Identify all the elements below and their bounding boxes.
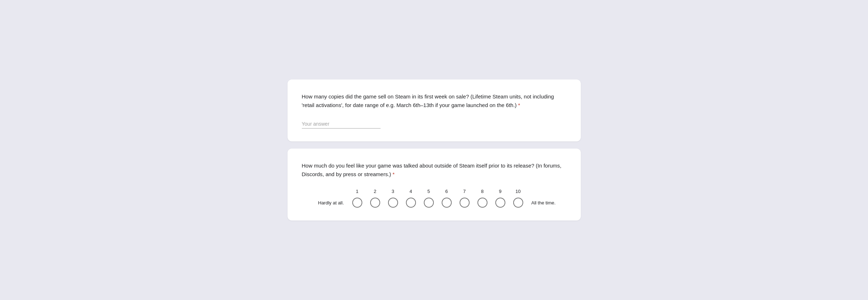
required-star-2: *: [393, 171, 395, 177]
question-text-1: How many copies did the game sell on Ste…: [302, 92, 567, 110]
radio-option-7[interactable]: [456, 198, 474, 208]
question-text-2: How much do you feel like your game was …: [302, 161, 567, 179]
radio-circle-3[interactable]: [388, 198, 398, 208]
rating-label-right: All the time.: [527, 200, 556, 205]
radio-circle-9[interactable]: [495, 198, 505, 208]
required-star-1: *: [518, 102, 520, 108]
answer-input-1[interactable]: [302, 120, 381, 129]
rating-number-10: 10: [509, 189, 527, 194]
rating-label-left: Hardly at all.: [302, 200, 348, 205]
radio-circle-8[interactable]: [477, 198, 487, 208]
radio-option-3[interactable]: [384, 198, 402, 208]
radio-circle-1[interactable]: [352, 198, 362, 208]
radio-circle-2[interactable]: [370, 198, 380, 208]
rating-number-5: 5: [420, 189, 438, 194]
radio-option-2[interactable]: [366, 198, 384, 208]
radio-circle-4[interactable]: [406, 198, 416, 208]
question-card-1: How many copies did the game sell on Ste…: [288, 79, 581, 141]
radio-option-9[interactable]: [491, 198, 509, 208]
rating-row: Hardly at all. All the time.: [302, 198, 567, 208]
radio-group: [348, 198, 527, 208]
rating-number-6: 6: [438, 189, 456, 194]
rating-number-7: 7: [456, 189, 474, 194]
rating-numbers-row: 12345678910: [348, 189, 567, 194]
radio-circle-5[interactable]: [424, 198, 434, 208]
page-container: How many copies did the game sell on Ste…: [288, 79, 581, 221]
radio-circle-7[interactable]: [460, 198, 470, 208]
radio-circle-10[interactable]: [513, 198, 523, 208]
rating-section: 12345678910 Hardly at all. All the time.: [302, 189, 567, 208]
rating-number-1: 1: [348, 189, 366, 194]
radio-option-6[interactable]: [438, 198, 456, 208]
radio-option-10[interactable]: [509, 198, 527, 208]
rating-number-4: 4: [402, 189, 420, 194]
radio-option-1[interactable]: [348, 198, 366, 208]
radio-option-5[interactable]: [420, 198, 438, 208]
radio-option-8[interactable]: [474, 198, 491, 208]
rating-number-3: 3: [384, 189, 402, 194]
rating-number-8: 8: [474, 189, 491, 194]
rating-number-9: 9: [491, 189, 509, 194]
rating-number-2: 2: [366, 189, 384, 194]
radio-option-4[interactable]: [402, 198, 420, 208]
question-card-2: How much do you feel like your game was …: [288, 149, 581, 221]
radio-circle-6[interactable]: [442, 198, 452, 208]
